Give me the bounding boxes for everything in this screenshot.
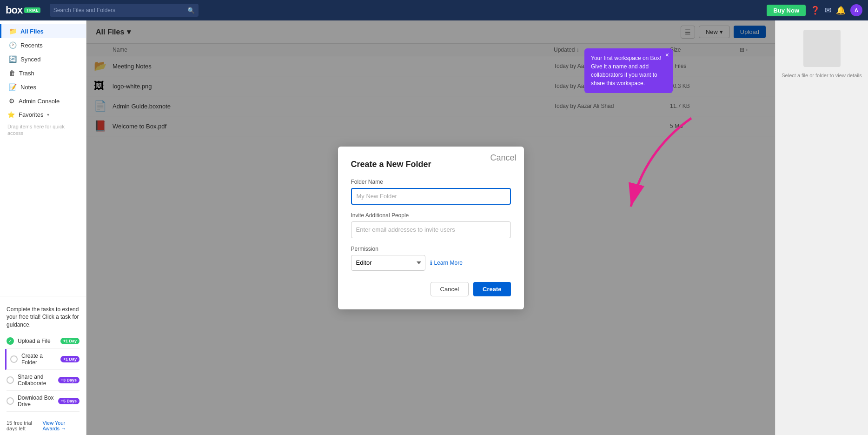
sidebar: 📁 All Files 🕐 Recents 🔄 Synced 🗑 Trash 📝… <box>0 20 86 435</box>
clock-icon: 🕐 <box>9 41 17 49</box>
sidebar-item-recents[interactable]: 🕐 Recents <box>0 38 86 52</box>
trial-badge: TRIAL <box>24 7 40 13</box>
message-icon[interactable]: ✉ <box>825 6 831 15</box>
drag-hint: Drag items here for quick access <box>0 121 86 141</box>
task-label-download: Download Box Drive <box>18 395 54 408</box>
invite-label: Invite Additional People <box>351 212 511 219</box>
task-item-share[interactable]: Share and Collaborate +3 Days <box>7 370 80 391</box>
task-badge-share: +3 Days <box>58 377 80 383</box>
arrow-svg <box>617 114 701 216</box>
modal-actions: Cancel Create <box>351 282 511 296</box>
free-trial-bar: 15 free trial days left View Your Awards… <box>0 416 86 435</box>
task-item-create-folder[interactable]: Create a Folder +1 Day <box>5 349 80 370</box>
task-label-upload: Upload a File <box>18 338 57 344</box>
favorites-label: Favorites <box>19 111 43 118</box>
folder-icon: 📁 <box>9 27 17 35</box>
tooltip-text: Your first workspace on Box! Give it a n… <box>591 55 662 87</box>
task-title: Complete the tasks to extend your free t… <box>7 306 80 329</box>
layout: 📁 All Files 🕐 Recents 🔄 Synced 🗑 Trash 📝… <box>0 20 868 435</box>
notes-icon: 📝 <box>9 83 17 91</box>
sidebar-label-all-files: All Files <box>20 28 44 35</box>
search-icon: 🔍 <box>187 7 195 14</box>
task-check-folder <box>10 355 18 363</box>
sidebar-label-admin: Admin Console <box>19 98 60 105</box>
sidebar-favorites[interactable]: ⭐ Favorites ▾ <box>0 108 86 121</box>
task-badge-folder: +1 Day <box>60 356 80 362</box>
task-item-download[interactable]: Download Box Drive +5 Days <box>7 391 80 412</box>
sidebar-item-trash[interactable]: 🗑 Trash <box>0 66 86 80</box>
star-icon: ⭐ <box>7 111 15 118</box>
avatar[interactable]: A <box>850 4 862 16</box>
permission-select[interactable]: Editor Viewer Co-owner <box>351 255 425 271</box>
logo-area: box TRIAL <box>6 4 40 16</box>
trash-icon: 🗑 <box>9 69 15 77</box>
sync-icon: 🔄 <box>9 55 17 63</box>
permission-label: Permission <box>351 246 511 252</box>
sidebar-item-all-files[interactable]: 📁 All Files <box>0 24 86 38</box>
view-awards-link[interactable]: View Your Awards → <box>42 420 80 431</box>
modal-overlay[interactable]: Create a New Folder Cancel Folder Name I… <box>86 20 775 435</box>
task-label-share: Share and Collaborate <box>18 374 54 387</box>
task-check-share <box>7 376 14 384</box>
main-content: All Files ▾ ☰ New ▾ Upload Name Updated … <box>86 20 775 435</box>
search-input[interactable] <box>53 7 185 13</box>
task-badge-upload: +1 Day <box>60 338 80 344</box>
sidebar-item-notes[interactable]: 📝 Notes <box>0 80 86 94</box>
arrow-container <box>617 114 701 218</box>
sidebar-nav: 📁 All Files 🕐 Recents 🔄 Synced 🗑 Trash 📝… <box>0 20 86 296</box>
modal-close-button[interactable]: Cancel <box>490 153 516 163</box>
bell-icon[interactable]: 🔔 <box>836 6 846 15</box>
chevron-icon: ▾ <box>47 112 49 117</box>
task-badge-download: +5 Days <box>58 398 80 404</box>
cancel-button[interactable]: Cancel <box>431 282 469 296</box>
sidebar-item-synced[interactable]: 🔄 Synced <box>0 52 86 66</box>
sidebar-label-synced: Synced <box>20 56 40 63</box>
learn-more-label: Learn More <box>434 260 463 266</box>
nav-right: Buy Now ❓ ✉ 🔔 A <box>767 4 862 16</box>
sidebar-label-recents: Recents <box>20 42 43 49</box>
admin-icon: ⚙ <box>9 97 15 105</box>
task-item-upload[interactable]: ✓ Upload a File +1 Day <box>7 334 80 349</box>
box-logo: box <box>6 4 22 16</box>
sidebar-label-notes: Notes <box>20 84 36 91</box>
detail-placeholder <box>803 30 841 67</box>
folder-name-input[interactable] <box>351 188 511 205</box>
tooltip-bubble: × Your first workspace on Box! Give it a… <box>584 48 673 93</box>
free-trial-label: 15 free trial days left <box>7 420 42 431</box>
search-bar[interactable]: 🔍 <box>50 4 199 17</box>
tooltip-close-button[interactable]: × <box>665 51 669 59</box>
task-label-folder: Create a Folder <box>21 353 57 366</box>
task-check-done: ✓ <box>7 337 14 345</box>
sidebar-bottom: Complete the tasks to extend your free t… <box>0 296 86 435</box>
create-folder-modal: Create a New Folder Cancel Folder Name I… <box>338 147 524 309</box>
invite-input[interactable] <box>351 221 511 238</box>
detail-text: Select a file or folder to view details <box>782 73 861 78</box>
create-button[interactable]: Create <box>473 282 510 296</box>
sidebar-label-trash: Trash <box>19 70 34 77</box>
folder-name-label: Folder Name <box>351 179 511 185</box>
help-icon[interactable]: ❓ <box>810 6 820 15</box>
sidebar-item-admin-console[interactable]: ⚙ Admin Console <box>0 94 86 108</box>
task-panel: Complete the tasks to extend your free t… <box>0 301 86 416</box>
permission-row: Editor Viewer Co-owner ℹ Learn More <box>351 255 511 271</box>
learn-more-link[interactable]: ℹ Learn More <box>430 260 463 266</box>
right-panel: Select a file or folder to view details <box>775 20 868 435</box>
info-icon: ℹ <box>430 260 432 266</box>
topnav: box TRIAL 🔍 Buy Now ❓ ✉ 🔔 A <box>0 0 868 20</box>
task-check-download <box>7 397 14 405</box>
modal-title: Create a New Folder <box>351 160 511 169</box>
buy-now-button[interactable]: Buy Now <box>767 5 806 16</box>
